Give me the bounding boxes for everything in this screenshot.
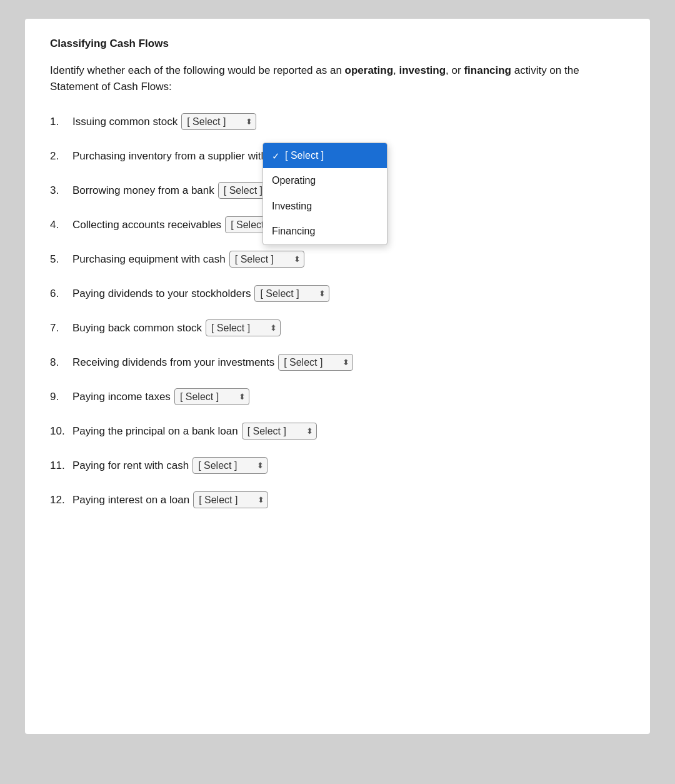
instructions-bold3: financing xyxy=(464,64,511,76)
select-6[interactable]: [ Select ] Operating Investing Financing xyxy=(254,285,329,302)
select-8[interactable]: [ Select ] Operating Investing Financing xyxy=(278,354,353,371)
question-item-2: 2. Purchasing inventory from a supplier … xyxy=(50,148,625,164)
select-wrapper-12: [ Select ] Operating Investing Financing… xyxy=(193,491,268,508)
select-5[interactable]: [ Select ] Operating Investing Financing xyxy=(229,251,304,268)
question-number-12: 12. xyxy=(50,493,72,508)
question-text-3: Borrowing money from a bank xyxy=(72,183,214,198)
page-wrapper: Classifying Cash Flows Identify whether … xyxy=(0,0,675,784)
question-text-11: Paying for rent with cash xyxy=(72,458,189,473)
select-wrapper-11: [ Select ] Operating Investing Financing… xyxy=(192,457,268,474)
select-12[interactable]: [ Select ] Operating Investing Financing xyxy=(193,491,268,508)
select-1[interactable]: [ Select ] Operating Investing Financing xyxy=(181,113,256,130)
question-number-6: 6. xyxy=(50,286,72,301)
question-item-12: 12. Paying interest on a loan [ Select ]… xyxy=(50,491,625,508)
instructions: Identify whether each of the following w… xyxy=(50,63,625,94)
question-item-10: 10. Paying the principal on a bank loan … xyxy=(50,423,625,440)
question-number-9: 9. xyxy=(50,389,72,405)
question-text-4: Collecting accounts receivables xyxy=(72,218,221,233)
question-number-8: 8. xyxy=(50,355,72,370)
question-text-10: Paying the principal on a bank loan xyxy=(72,424,238,439)
question-number-3: 3. xyxy=(50,183,72,198)
select-wrapper-6: [ Select ] Operating Investing Financing… xyxy=(254,285,329,302)
question-number-11: 11. xyxy=(50,458,72,473)
question-item-8: 8. Receiving dividends from your investm… xyxy=(50,354,625,371)
instructions-bold1: operating xyxy=(345,64,393,76)
question-number-5: 5. xyxy=(50,252,72,267)
select-wrapper-10: [ Select ] Operating Investing Financing… xyxy=(242,423,317,440)
dropdown-option-investing[interactable]: Investing xyxy=(263,194,387,219)
content-card: Classifying Cash Flows Identify whether … xyxy=(25,19,650,734)
question-item-1: 1. Issuing common stock [ Select ] Opera… xyxy=(50,113,625,130)
instructions-text3: , or xyxy=(446,64,464,76)
select-11[interactable]: [ Select ] Operating Investing Financing xyxy=(192,457,268,474)
dropdown-option-select[interactable]: ✓ [ Select ] xyxy=(263,143,387,168)
dropdown-label-financing: Financing xyxy=(272,224,315,238)
question-text-5: Purchasing equipment with cash xyxy=(72,252,226,267)
dropdown-label-select: [ Select ] xyxy=(285,149,324,163)
question-item-9: 9. Paying income taxes [ Select ] Operat… xyxy=(50,388,625,405)
dropdown-label-operating: Operating xyxy=(272,174,316,188)
select-wrapper-1: [ Select ] Operating Investing Financing… xyxy=(181,113,256,130)
question-item-11: 11. Paying for rent with cash [ Select ]… xyxy=(50,457,625,474)
dropdown-option-financing[interactable]: Financing xyxy=(263,219,387,244)
question-text-2: Purchasing inventory from a supplier wit… xyxy=(72,149,286,164)
section-title: Classifying Cash Flows xyxy=(50,38,625,50)
question-text-6: Paying dividends to your stockholders xyxy=(72,286,251,301)
question-text-8: Receiving dividends from your investment… xyxy=(72,355,274,370)
question-number-10: 10. xyxy=(50,424,72,439)
question-text-7: Buying back common stock xyxy=(72,321,202,336)
question-number-7: 7. xyxy=(50,321,72,336)
select-wrapper-9: [ Select ] Operating Investing Financing… xyxy=(174,388,249,405)
question-number-4: 4. xyxy=(50,218,72,233)
question-text-9: Paying income taxes xyxy=(72,389,171,405)
instructions-text1: Identify whether each of the following w… xyxy=(50,64,345,76)
question-number-2: 2. xyxy=(50,149,72,164)
question-text-12: Paying interest on a loan xyxy=(72,493,189,508)
question-text-1: Issuing common stock xyxy=(72,114,178,129)
select-9[interactable]: [ Select ] Operating Investing Financing xyxy=(174,388,249,405)
dropdown-open-overlay: ✓ [ Select ] Operating Investing Financi… xyxy=(262,143,388,245)
bottom-bar xyxy=(0,746,675,784)
select-wrapper-7: [ Select ] Operating Investing Financing… xyxy=(206,319,281,336)
select-7[interactable]: [ Select ] Operating Investing Financing xyxy=(206,319,281,336)
question-item-7: 7. Buying back common stock [ Select ] O… xyxy=(50,319,625,336)
select-10[interactable]: [ Select ] Operating Investing Financing xyxy=(242,423,317,440)
question-list: 1. Issuing common stock [ Select ] Opera… xyxy=(50,113,625,508)
question-item-6: 6. Paying dividends to your stockholders… xyxy=(50,285,625,302)
question-item-5: 5. Purchasing equipment with cash [ Sele… xyxy=(50,251,625,268)
question-number-1: 1. xyxy=(50,114,72,129)
instructions-bold2: investing xyxy=(399,64,446,76)
dropdown-option-operating[interactable]: Operating xyxy=(263,168,387,193)
dropdown-label-investing: Investing xyxy=(272,199,312,213)
select-wrapper-8: [ Select ] Operating Investing Financing… xyxy=(278,354,353,371)
checkmark-icon: ✓ xyxy=(272,149,280,163)
select-wrapper-5: [ Select ] Operating Investing Financing… xyxy=(229,251,304,268)
